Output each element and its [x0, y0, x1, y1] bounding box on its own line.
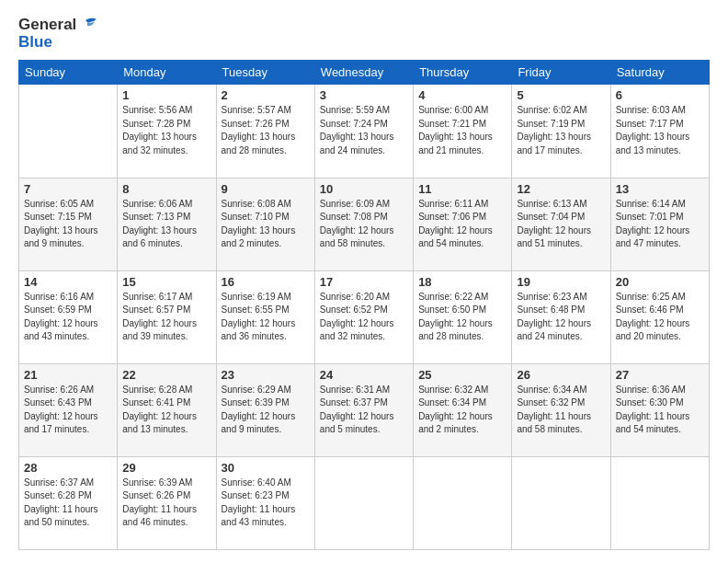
day-info: Sunrise: 6:02 AM Sunset: 7:19 PM Dayligh… — [517, 104, 605, 157]
day-number: 17 — [320, 275, 408, 289]
day-info: Sunrise: 6:22 AM Sunset: 6:50 PM Dayligh… — [418, 291, 506, 344]
calendar-cell: 24Sunrise: 6:31 AM Sunset: 6:37 PM Dayli… — [314, 363, 413, 456]
day-number: 10 — [320, 182, 408, 196]
calendar-cell: 29Sunrise: 6:39 AM Sunset: 6:26 PM Dayli… — [118, 456, 216, 549]
day-info: Sunrise: 6:11 AM Sunset: 7:06 PM Dayligh… — [418, 198, 506, 251]
week-row-4: 21Sunrise: 6:26 AM Sunset: 6:43 PM Dayli… — [19, 363, 710, 456]
weekday-header-friday: Friday — [512, 61, 610, 85]
day-info: Sunrise: 6:17 AM Sunset: 6:57 PM Dayligh… — [122, 291, 210, 344]
weekday-header-thursday: Thursday — [414, 61, 512, 85]
day-number: 20 — [616, 275, 704, 289]
weekday-header-monday: Monday — [118, 61, 216, 85]
calendar-cell: 8Sunrise: 6:06 AM Sunset: 7:13 PM Daylig… — [118, 178, 216, 270]
day-info: Sunrise: 6:36 AM Sunset: 6:30 PM Dayligh… — [616, 384, 704, 437]
calendar-table: SundayMondayTuesdayWednesdayThursdayFrid… — [18, 60, 710, 550]
day-info: Sunrise: 6:25 AM Sunset: 6:46 PM Dayligh… — [616, 291, 704, 344]
day-number: 13 — [616, 182, 704, 196]
day-number: 25 — [418, 368, 506, 382]
day-info: Sunrise: 5:57 AM Sunset: 7:26 PM Dayligh… — [222, 104, 310, 157]
day-number: 5 — [517, 88, 605, 102]
day-number: 21 — [24, 368, 112, 382]
day-info: Sunrise: 6:20 AM Sunset: 6:52 PM Dayligh… — [320, 291, 408, 344]
calendar-cell: 14Sunrise: 6:16 AM Sunset: 6:59 PM Dayli… — [19, 270, 118, 363]
day-number: 18 — [418, 275, 506, 289]
calendar-cell: 15Sunrise: 6:17 AM Sunset: 6:57 PM Dayli… — [118, 270, 216, 363]
logo-text-general: General — [18, 17, 76, 34]
weekday-header-saturday: Saturday — [610, 61, 709, 85]
day-number: 30 — [222, 461, 310, 475]
week-row-1: 1Sunrise: 5:56 AM Sunset: 7:28 PM Daylig… — [19, 85, 710, 178]
day-info: Sunrise: 6:00 AM Sunset: 7:21 PM Dayligh… — [418, 104, 506, 157]
week-row-2: 7Sunrise: 6:05 AM Sunset: 7:15 PM Daylig… — [19, 178, 710, 270]
calendar-cell: 25Sunrise: 6:32 AM Sunset: 6:34 PM Dayli… — [414, 363, 512, 456]
calendar-cell: 10Sunrise: 6:09 AM Sunset: 7:08 PM Dayli… — [314, 178, 413, 270]
calendar-cell: 30Sunrise: 6:40 AM Sunset: 6:23 PM Dayli… — [216, 456, 314, 549]
calendar-cell: 13Sunrise: 6:14 AM Sunset: 7:01 PM Dayli… — [610, 178, 709, 270]
calendar-cell — [314, 456, 413, 549]
day-number: 19 — [517, 275, 605, 289]
day-info: Sunrise: 6:13 AM Sunset: 7:04 PM Dayligh… — [517, 198, 605, 251]
day-info: Sunrise: 6:06 AM Sunset: 7:13 PM Dayligh… — [122, 198, 210, 251]
calendar-cell: 7Sunrise: 6:05 AM Sunset: 7:15 PM Daylig… — [19, 178, 118, 270]
day-number: 12 — [517, 182, 605, 196]
logo-text-blue: Blue — [18, 34, 97, 52]
week-row-3: 14Sunrise: 6:16 AM Sunset: 6:59 PM Dayli… — [19, 270, 710, 363]
calendar-cell: 21Sunrise: 6:26 AM Sunset: 6:43 PM Dayli… — [19, 363, 118, 456]
calendar-cell: 2Sunrise: 5:57 AM Sunset: 7:26 PM Daylig… — [216, 85, 314, 178]
logo: General Blue — [18, 17, 97, 51]
day-number: 27 — [616, 368, 704, 382]
calendar-cell — [19, 85, 118, 178]
weekday-header-tuesday: Tuesday — [216, 61, 314, 85]
page-header: General Blue — [18, 17, 710, 51]
calendar-cell: 5Sunrise: 6:02 AM Sunset: 7:19 PM Daylig… — [512, 85, 610, 178]
calendar-cell: 26Sunrise: 6:34 AM Sunset: 6:32 PM Dayli… — [512, 363, 610, 456]
day-number: 9 — [222, 182, 310, 196]
day-number: 15 — [122, 275, 210, 289]
day-number: 6 — [616, 88, 704, 102]
day-number: 24 — [320, 368, 408, 382]
calendar-cell: 23Sunrise: 6:29 AM Sunset: 6:39 PM Dayli… — [216, 363, 314, 456]
week-row-5: 28Sunrise: 6:37 AM Sunset: 6:28 PM Dayli… — [19, 456, 710, 549]
day-number: 3 — [320, 88, 408, 102]
calendar-cell: 11Sunrise: 6:11 AM Sunset: 7:06 PM Dayli… — [414, 178, 512, 270]
day-number: 26 — [517, 368, 605, 382]
day-info: Sunrise: 5:59 AM Sunset: 7:24 PM Dayligh… — [320, 104, 408, 157]
calendar-cell — [610, 456, 709, 549]
calendar-cell: 28Sunrise: 6:37 AM Sunset: 6:28 PM Dayli… — [19, 456, 118, 549]
day-info: Sunrise: 6:31 AM Sunset: 6:37 PM Dayligh… — [320, 384, 408, 437]
day-info: Sunrise: 6:39 AM Sunset: 6:26 PM Dayligh… — [122, 477, 210, 530]
calendar-cell: 3Sunrise: 5:59 AM Sunset: 7:24 PM Daylig… — [314, 85, 413, 178]
calendar-cell: 9Sunrise: 6:08 AM Sunset: 7:10 PM Daylig… — [216, 178, 314, 270]
day-number: 11 — [418, 182, 506, 196]
weekday-header-sunday: Sunday — [19, 61, 118, 85]
calendar-cell — [414, 456, 512, 549]
calendar-cell: 6Sunrise: 6:03 AM Sunset: 7:17 PM Daylig… — [610, 85, 709, 178]
calendar-cell: 22Sunrise: 6:28 AM Sunset: 6:41 PM Dayli… — [118, 363, 216, 456]
day-info: Sunrise: 6:23 AM Sunset: 6:48 PM Dayligh… — [517, 291, 605, 344]
day-number: 7 — [24, 182, 112, 196]
calendar-cell — [512, 456, 610, 549]
calendar-cell: 17Sunrise: 6:20 AM Sunset: 6:52 PM Dayli… — [314, 270, 413, 363]
calendar-cell: 20Sunrise: 6:25 AM Sunset: 6:46 PM Dayli… — [610, 270, 709, 363]
calendar-cell: 16Sunrise: 6:19 AM Sunset: 6:55 PM Dayli… — [216, 270, 314, 363]
day-info: Sunrise: 6:09 AM Sunset: 7:08 PM Dayligh… — [320, 198, 408, 251]
day-info: Sunrise: 6:40 AM Sunset: 6:23 PM Dayligh… — [222, 477, 310, 530]
day-number: 2 — [222, 88, 310, 102]
day-info: Sunrise: 6:28 AM Sunset: 6:41 PM Dayligh… — [122, 384, 210, 437]
calendar-cell: 1Sunrise: 5:56 AM Sunset: 7:28 PM Daylig… — [118, 85, 216, 178]
day-info: Sunrise: 6:14 AM Sunset: 7:01 PM Dayligh… — [616, 198, 704, 251]
day-info: Sunrise: 6:26 AM Sunset: 6:43 PM Dayligh… — [24, 384, 112, 437]
day-info: Sunrise: 6:03 AM Sunset: 7:17 PM Dayligh… — [616, 104, 704, 157]
day-info: Sunrise: 6:16 AM Sunset: 6:59 PM Dayligh… — [24, 291, 112, 344]
day-info: Sunrise: 6:29 AM Sunset: 6:39 PM Dayligh… — [222, 384, 310, 437]
day-number: 22 — [122, 368, 210, 382]
day-info: Sunrise: 6:32 AM Sunset: 6:34 PM Dayligh… — [418, 384, 506, 437]
day-number: 1 — [122, 88, 210, 102]
day-number: 23 — [222, 368, 310, 382]
day-info: Sunrise: 5:56 AM Sunset: 7:28 PM Dayligh… — [122, 104, 210, 157]
weekday-header-wednesday: Wednesday — [314, 61, 413, 85]
calendar-cell: 27Sunrise: 6:36 AM Sunset: 6:30 PM Dayli… — [610, 363, 709, 456]
day-number: 8 — [122, 182, 210, 196]
weekday-header-row: SundayMondayTuesdayWednesdayThursdayFrid… — [19, 61, 710, 85]
day-number: 29 — [122, 461, 210, 475]
